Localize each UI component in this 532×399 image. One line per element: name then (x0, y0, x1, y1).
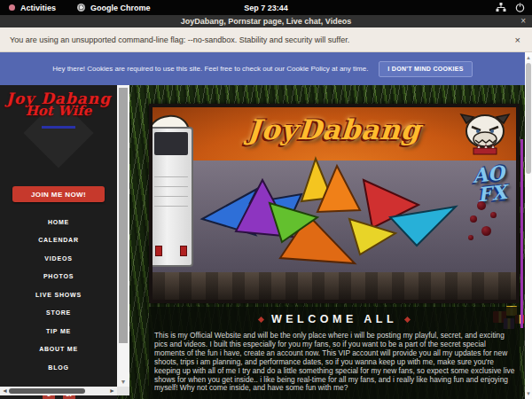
banner-ground-section (153, 272, 516, 300)
logo-link[interactable] (42, 126, 75, 129)
welcome-section: WELCOME ALL This is my Official Website … (149, 307, 520, 399)
wall-dot-decoration (481, 226, 491, 236)
sidebar-item-blog[interactable]: BLOG (0, 358, 117, 377)
sidebar-vscroll-down-icon[interactable]: ▼ (117, 379, 129, 385)
browser-title-bar: JoyDabang, Pornstar page, Live chat, Vid… (0, 15, 532, 27)
sidebar-vertical-scrollbar[interactable]: ▼ (117, 85, 129, 387)
welcome-heading: WELCOME ALL (271, 313, 397, 325)
page-vertical-scrollbar[interactable]: ▲ ▼ (525, 52, 532, 399)
purple-accent-line (520, 139, 523, 328)
page-vscroll-down-icon[interactable]: ▼ (525, 390, 532, 397)
welcome-paragraph: This is my Official Website and will be … (154, 332, 515, 393)
web-page: Hey there! Cookies are required to use t… (0, 52, 532, 399)
heading-dot-right (404, 316, 411, 322)
warning-close-icon[interactable]: × (515, 35, 520, 45)
page-vscroll-up-icon[interactable]: ▲ (525, 54, 532, 61)
page-title: JoyDabang, Pornstar page, Live chat, Vid… (181, 17, 351, 26)
sidebar-hscroll-left-icon[interactable]: ◄ (2, 387, 8, 395)
sidebar-item-store[interactable]: STORE (0, 304, 117, 323)
sidebar: Joy Dabang Hot Wife JOIN ME NOW! HOME CA… (0, 85, 117, 399)
wall-letters: AO FX (472, 162, 508, 205)
sidebar-horizontal-scrollbar[interactable]: ◄ ► (0, 387, 117, 395)
sidebar-item-live-shows[interactable]: LIVE SHOWS (0, 286, 117, 304)
sidebar-frame: Joy Dabang Hot Wife JOIN ME NOW! HOME CA… (0, 85, 129, 399)
wall-dot-decoration (470, 215, 477, 223)
bulldog-icon (459, 109, 511, 159)
sidebar-hscroll-right-icon[interactable]: ► (109, 387, 115, 395)
site-logo[interactable]: Joy Dabang Hot Wife (0, 85, 117, 170)
page-vscroll-thumb[interactable] (526, 63, 531, 174)
heading-dot-left (258, 316, 264, 322)
sidebar-nav: HOME CALENDAR VIDEOS PHOTOS LIVE SHOWS S… (0, 213, 117, 377)
sidebar-item-home[interactable]: HOME (0, 213, 117, 231)
sidebar-vscroll-thumb[interactable] (119, 88, 128, 343)
sidebar-scroll-corner (117, 387, 129, 395)
join-me-now-button[interactable]: JOIN ME NOW! (12, 186, 105, 202)
system-top-bar: Activities Google Chrome Sep 7 23:44 (0, 0, 532, 15)
close-tab-icon[interactable]: × (520, 15, 526, 27)
banner-top-section: CAN'T YOU READ! JoyDabang (153, 107, 516, 160)
graffiti-wall: AO FX (153, 160, 516, 272)
sidebar-hscroll-thumb[interactable] (9, 388, 85, 394)
warning-message: You are using an unsupported command-lin… (0, 35, 349, 44)
power-icon[interactable] (515, 3, 525, 12)
sandbox-warning-bar: You are using an unsupported command-lin… (0, 27, 532, 52)
network-icon[interactable] (496, 3, 506, 12)
wall-dot-decoration (477, 201, 486, 210)
sidebar-item-about-me[interactable]: ABOUT ME (0, 340, 117, 359)
logo-line2: Hot Wife (0, 103, 117, 119)
hero-banner-image: CAN'T YOU READ! JoyDabang (149, 104, 520, 303)
sidebar-item-tip-me[interactable]: TIP ME (0, 322, 117, 340)
graffiti-burst-graphic (184, 155, 468, 272)
desktop-screen: Activities Google Chrome Sep 7 23:44 Joy… (0, 0, 532, 399)
sidebar-item-photos[interactable]: PHOTOS (0, 268, 117, 286)
wall-dot-decoration (468, 235, 473, 240)
wall-dot-decoration (490, 212, 497, 218)
main-content: CAN'T YOU READ! JoyDabang (149, 52, 520, 399)
sidebar-item-calendar[interactable]: CALENDAR (0, 231, 117, 250)
clock[interactable]: Sep 7 23:44 (0, 4, 532, 12)
sidebar-item-videos[interactable]: VIDEOS (0, 249, 117, 268)
